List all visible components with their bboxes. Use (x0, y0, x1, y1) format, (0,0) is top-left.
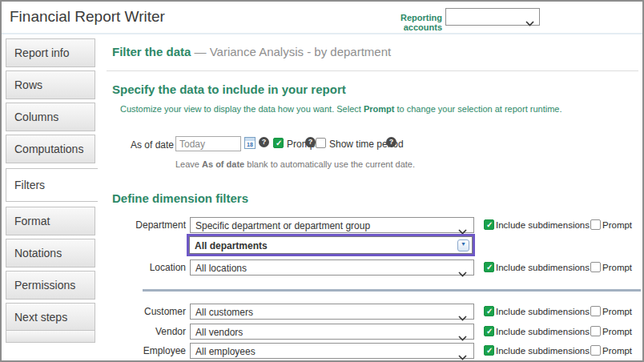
employee-label: Employee (104, 345, 186, 356)
customer-label: Customer (104, 306, 186, 317)
filter-row-vendor: Vendor All vendors Include subdimensions… (2, 324, 642, 340)
vendor-include-subdimensions-checkbox[interactable] (484, 326, 494, 336)
page-title: Filter the data — Variance Analysis - by… (112, 45, 391, 58)
as-of-date-hint: Leave As of date blank to automatically … (175, 159, 415, 169)
section-divider (143, 289, 641, 292)
financial-report-writer-window: Financial Report Writer Reporting accoun… (0, 0, 644, 362)
filter-row-location: Location All locations Include subdimens… (2, 259, 642, 276)
calendar-icon-header (245, 138, 255, 141)
vendor-label: Vendor (104, 326, 186, 337)
as-of-date-label: As of date (131, 139, 174, 151)
chevron-down-icon (458, 310, 467, 324)
location-select[interactable]: All locations (190, 259, 474, 276)
prompt-label: Prompt (602, 307, 632, 316)
reporting-accounts-select[interactable] (445, 8, 540, 26)
prompt-label: Prompt (602, 263, 632, 272)
show-time-period-help-icon[interactable] (386, 137, 396, 147)
app-header: Financial Report Writer Reporting accoun… (2, 2, 642, 34)
app-title: Financial Report Writer (10, 8, 165, 26)
include-subdimensions-label: Include subdimensions (496, 346, 590, 356)
sidebar-item-columns[interactable]: Columns (6, 103, 95, 131)
vendor-select[interactable]: All vendors (190, 324, 474, 340)
customer-prompt-checkbox[interactable] (590, 306, 601, 316)
location-include-subdimensions-checkbox[interactable] (484, 262, 494, 272)
department-select[interactable]: Specific department or department group (190, 217, 474, 233)
page-title-main: Filter the data (112, 45, 191, 58)
include-subdimensions-label: Include subdimensions (496, 263, 590, 272)
prompt-date-checkbox[interactable] (273, 138, 284, 148)
sidebar-item-filters[interactable]: Filters (6, 168, 98, 202)
chevron-down-icon (458, 349, 467, 362)
prompt-help-icon[interactable] (305, 137, 316, 147)
chevron-down-icon (525, 15, 534, 30)
prompt-label: Prompt (602, 220, 632, 230)
chevron-down-icon (458, 266, 467, 280)
location-label: Location (104, 262, 186, 273)
specify-section-description: Customize your view to display the data … (120, 104, 562, 114)
calendar-icon-day: 18 (245, 142, 255, 147)
sidebar-item-report-info[interactable]: Report info (6, 38, 95, 67)
specify-section-title: Specify the data to include in your repo… (112, 82, 346, 96)
combo-dropdown-button[interactable] (457, 239, 469, 251)
show-time-period-checkbox[interactable] (316, 138, 326, 148)
department-value-combo[interactable]: All departments (189, 236, 473, 254)
as-of-date-help-icon[interactable] (259, 137, 269, 147)
customer-select[interactable]: All customers (190, 304, 474, 320)
calendar-icon[interactable]: 18 (244, 137, 256, 149)
customer-include-subdimensions-checkbox[interactable] (484, 306, 494, 316)
location-prompt-checkbox[interactable] (590, 262, 601, 272)
filter-row-customer: Customer All customers Include subdimens… (2, 304, 642, 320)
as-of-date-input[interactable] (175, 136, 241, 151)
prompt-label: Prompt (602, 346, 632, 356)
include-subdimensions-label: Include subdimensions (496, 327, 590, 336)
department-value-highlight: All departments (187, 234, 475, 256)
filter-row-department: Department Specific department or depart… (2, 217, 642, 233)
department-prompt-checkbox[interactable] (590, 219, 601, 230)
department-label: Department (104, 219, 186, 231)
filter-row-employee: Employee All employees Include subdimens… (2, 343, 642, 359)
include-subdimensions-label: Include subdimensions (496, 307, 590, 316)
heading-divider (107, 70, 638, 71)
employee-prompt-checkbox[interactable] (590, 345, 601, 356)
page-title-report-name: Variance Analysis - by department (210, 45, 392, 58)
employee-select[interactable]: All employees (190, 343, 474, 359)
vendor-prompt-checkbox[interactable] (590, 326, 601, 336)
prompt-label: Prompt (602, 327, 632, 336)
sidebar-item-rows[interactable]: Rows (6, 70, 95, 99)
filters-section-title: Define dimension filters (112, 191, 248, 205)
page-title-separator: — (195, 45, 207, 58)
department-include-subdimensions-checkbox[interactable] (484, 219, 494, 230)
include-subdimensions-label: Include subdimensions (496, 220, 590, 230)
reporting-accounts-label: Reporting accounts (366, 13, 442, 32)
sidebar-item-computations[interactable]: Computations (6, 135, 95, 163)
employee-include-subdimensions-checkbox[interactable] (484, 345, 494, 356)
